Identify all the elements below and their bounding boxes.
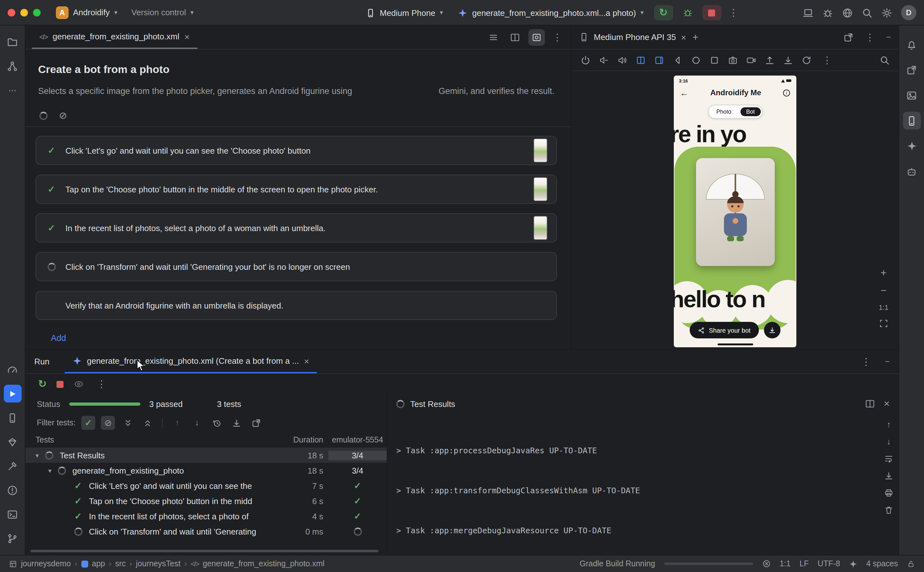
test-history-button[interactable]: [210, 416, 224, 430]
next-failed-button[interactable]: ↓: [190, 416, 204, 430]
minimize-window-button[interactable]: [20, 9, 28, 16]
zoom-out-button[interactable]: −: [880, 286, 887, 296]
running-devices-toolwindow-button[interactable]: [903, 112, 921, 129]
maximize-window-button[interactable]: [33, 9, 40, 16]
split-console-icon[interactable]: [865, 399, 875, 409]
watch-icon[interactable]: [74, 379, 84, 389]
user-avatar[interactable]: D: [901, 5, 916, 20]
device-explorer-toolwindow-button[interactable]: [3, 409, 21, 427]
line-separator[interactable]: LF: [800, 559, 809, 568]
screenshot-icon[interactable]: [728, 55, 738, 65]
journey-step[interactable]: Verify that an Android figurine with an …: [36, 291, 557, 320]
toggle-bot[interactable]: Bot: [740, 107, 761, 116]
more-actions-button[interactable]: ⋮: [726, 7, 741, 19]
print-icon[interactable]: [884, 488, 893, 498]
restart-device-icon[interactable]: [801, 55, 812, 65]
split-view-button[interactable]: [507, 29, 523, 45]
import-test-results-button[interactable]: [229, 416, 243, 430]
rerun-button[interactable]: ↻: [654, 5, 673, 20]
breadcrumb-item[interactable]: journeysdemo: [21, 559, 71, 568]
expand-all-button[interactable]: [121, 416, 135, 430]
gemini-toolwindow-button[interactable]: [903, 137, 921, 155]
back-arrow-icon[interactable]: ←: [680, 88, 688, 98]
minimize-icon[interactable]: −: [885, 357, 890, 366]
journey-step[interactable]: ✓ In the recent list of photos, select a…: [36, 213, 557, 242]
version-control-toolwindow-button[interactable]: [3, 530, 21, 547]
step-thumbnail[interactable]: [534, 177, 548, 201]
device-streaming-button[interactable]: [803, 7, 814, 18]
zoom-level[interactable]: 1:1: [879, 303, 888, 311]
test-row[interactable]: ✓ Click 'Let's go' and wait until you ca…: [25, 478, 387, 493]
add-device-button[interactable]: +: [692, 31, 698, 43]
profiler-toolwindow-button[interactable]: [3, 361, 21, 378]
zoom-fit-icon[interactable]: [879, 319, 888, 328]
volume-up-icon[interactable]: [617, 55, 627, 65]
journey-step[interactable]: ✓ Tap on the 'Choose photo' button in th…: [36, 174, 557, 204]
run-configuration-selector[interactable]: generate_from_existing_photo.xml...a pho…: [453, 5, 649, 20]
save-snapshot-icon[interactable]: [783, 55, 793, 65]
indent-setting[interactable]: 4 spaces: [866, 559, 898, 568]
soft-wrap-icon[interactable]: [884, 454, 893, 463]
close-icon[interactable]: ×: [185, 32, 190, 41]
add-step-button[interactable]: Add: [51, 333, 66, 343]
minimize-icon[interactable]: −: [886, 33, 891, 42]
show-ignored-toggle[interactable]: ⊘: [101, 416, 115, 430]
info-icon[interactable]: i: [783, 89, 790, 96]
emulator-screen[interactable]: 3:16 ← Androidify Me i Photo Bot re in y…: [674, 76, 796, 347]
scroll-up-button[interactable]: ↑: [887, 420, 891, 429]
insights-button[interactable]: [822, 7, 833, 18]
step-thumbnail[interactable]: [534, 138, 548, 163]
power-icon[interactable]: [580, 55, 591, 65]
close-icon[interactable]: ×: [304, 356, 309, 365]
design-view-button[interactable]: [528, 29, 545, 45]
terminal-toolwindow-button[interactable]: [3, 505, 21, 523]
device-tab[interactable]: Medium Phone API 35 ×: [579, 33, 686, 42]
test-row[interactable]: ✓ In the recent list of photos, select a…: [25, 508, 387, 524]
services-toolwindow-button[interactable]: [3, 433, 21, 451]
android-overview-icon[interactable]: [709, 55, 720, 65]
screen-record-icon[interactable]: [746, 55, 756, 65]
run-toolwindow-button[interactable]: [3, 385, 21, 403]
breadcrumb-item[interactable]: generate_from_existing_photo.xml: [202, 559, 325, 568]
test-row[interactable]: ▾ Test Results 18 s 3/4: [25, 448, 387, 463]
close-window-button[interactable]: [8, 9, 15, 16]
push-file-icon[interactable]: [765, 55, 775, 65]
close-icon[interactable]: ×: [681, 33, 686, 42]
test-row[interactable]: ▾ generate_from_existing_photo 18 s 3/4: [25, 463, 387, 478]
editor-more-button[interactable]: ⋮: [550, 31, 565, 43]
android-home-icon[interactable]: [691, 55, 701, 65]
journey-step[interactable]: Click on 'Transform' and wait until 'Gen…: [36, 252, 557, 281]
device-selector[interactable]: Medium Phone ▾: [361, 5, 448, 20]
zoom-in-button[interactable]: +: [880, 268, 887, 278]
journey-step[interactable]: ✓ Click 'Let's go' and wait until you ca…: [36, 136, 557, 165]
breadcrumb-item[interactable]: journeysTest: [136, 559, 180, 568]
notifications-button[interactable]: [903, 36, 921, 53]
search-everywhere-button[interactable]: [862, 7, 873, 18]
stop-button[interactable]: [702, 5, 721, 20]
horizontal-scrollbar[interactable]: [31, 550, 378, 552]
problems-toolwindow-button[interactable]: [3, 481, 21, 499]
emulator-more-button[interactable]: ⋮: [820, 54, 834, 66]
rerun-tests-button[interactable]: ↻: [38, 379, 47, 389]
file-encoding[interactable]: UTF-8: [818, 559, 840, 568]
photo-bot-toggle[interactable]: Photo Bot: [708, 105, 762, 119]
volume-down-icon[interactable]: [599, 55, 609, 65]
run-toolbar-more-button[interactable]: ⋮: [94, 378, 109, 390]
show-passed-toggle[interactable]: ✓: [81, 416, 95, 430]
resize-display-icon[interactable]: [654, 55, 664, 65]
caret-position[interactable]: 1:1: [779, 559, 791, 568]
sync-button[interactable]: [842, 7, 853, 18]
bot-result-card[interactable]: [696, 158, 775, 266]
cancel-build-icon[interactable]: [762, 559, 771, 568]
device-manager-toolwindow-button[interactable]: [903, 61, 921, 79]
structure-toolwindow-button[interactable]: [3, 57, 21, 75]
settings-button[interactable]: [882, 7, 892, 18]
cancel-run-icon[interactable]: ⊘: [59, 110, 67, 121]
breadcrumb-item[interactable]: src: [115, 559, 126, 568]
column-device[interactable]: emulator-5554: [328, 435, 387, 445]
fold-posture-icon[interactable]: [636, 55, 646, 65]
chevron-down-icon[interactable]: ▾: [36, 452, 39, 459]
previous-failed-button[interactable]: ↑: [170, 416, 184, 430]
device-more-button[interactable]: ⋮: [863, 31, 877, 43]
lock-icon[interactable]: [907, 560, 915, 568]
